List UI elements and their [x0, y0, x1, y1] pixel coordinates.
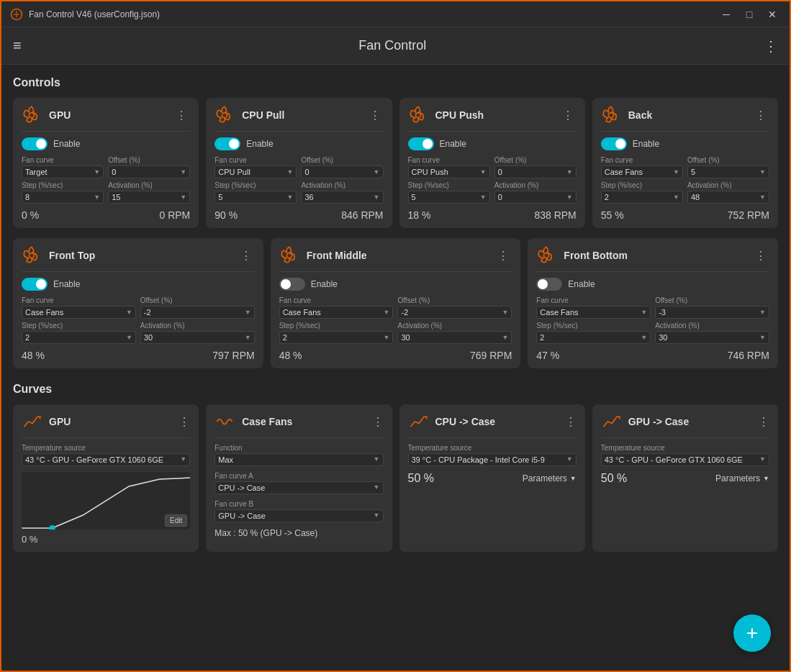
fan-curve-a-select[interactable]: CPU -> Case ▼	[214, 481, 383, 494]
card-more-cpu-push[interactable]: ⋮	[559, 107, 577, 124]
offset-select-front-middle[interactable]: -2▼	[397, 306, 512, 319]
curve-more-gpu-case[interactable]: ⋮	[758, 415, 769, 429]
fan-curve-select-back[interactable]: Case Fans▼	[601, 165, 683, 178]
activation-label-cpu-push: Activation (%)	[494, 181, 577, 189]
step-select-gpu[interactable]: 8▼	[22, 191, 104, 204]
fan-curve-b-label: Fan curve B	[214, 500, 383, 508]
card-more-front-bottom[interactable]: ⋮	[752, 248, 769, 264]
activation-label-back: Activation (%)	[687, 181, 769, 189]
step-select-cpu-push[interactable]: 5▼	[408, 191, 490, 204]
temp-source-select-gpu-case[interactable]: 43 °C - GPU - GeForce GTX 1060 6GE ▼	[601, 453, 769, 466]
activation-select-gpu[interactable]: 15▼	[108, 191, 190, 204]
fan-icon-front-top	[22, 245, 42, 265]
card-title-cpu-push: CPU Push	[435, 109, 559, 121]
offset-label-gpu: Offset (%)	[108, 156, 190, 164]
activation-select-cpu-pull[interactable]: 36▼	[301, 191, 383, 204]
offset-select-cpu-pull[interactable]: 0▼	[301, 165, 383, 178]
fan-curve-select-cpu-push[interactable]: CPU Push▼	[408, 165, 490, 178]
window-controls: ─ □ ✕	[718, 6, 781, 23]
maximize-button[interactable]: □	[741, 6, 758, 23]
offset-select-front-bottom[interactable]: -3▼	[655, 306, 769, 319]
controls-row-1: GPU ⋮ Enable Fan curve Target▼ Offset (%…	[13, 98, 778, 228]
card-title-front-bottom: Front Bottom	[564, 250, 752, 261]
rpm-back: 752 RPM	[728, 209, 769, 221]
main-content: Controls GPU ⋮ Enable Fan curve T	[1, 65, 790, 672]
curve-more-cpu-case[interactable]: ⋮	[565, 415, 577, 429]
control-card-cpu-push: CPU Push ⋮ Enable Fan curve CPU Push▼ Of…	[399, 98, 585, 228]
activation-select-cpu-push[interactable]: 0▼	[494, 191, 577, 204]
step-select-front-middle[interactable]: 2▼	[279, 331, 394, 344]
toggle-front-top[interactable]	[22, 278, 48, 291]
step-select-back[interactable]: 2▼	[601, 191, 683, 204]
toggle-gpu[interactable]	[22, 137, 48, 150]
rpm-front-top: 797 RPM	[212, 350, 254, 361]
toggle-front-bottom[interactable]	[536, 278, 562, 291]
params-button-gpu-case[interactable]: Parameters ▼	[715, 473, 769, 483]
step-select-front-top[interactable]: 2▼	[22, 331, 136, 344]
topbar-more-button[interactable]: ⋮	[764, 37, 778, 55]
offset-label-back: Offset (%)	[687, 156, 769, 164]
percent-front-middle: 48 %	[279, 350, 302, 361]
rpm-cpu-pull: 846 RPM	[341, 209, 383, 221]
toggle-cpu-pull[interactable]	[214, 137, 240, 150]
activation-select-front-top[interactable]: 30▼	[140, 331, 255, 344]
toggle-cpu-push[interactable]	[408, 137, 434, 150]
control-card-gpu: GPU ⋮ Enable Fan curve Target▼ Offset (%…	[13, 98, 199, 228]
step-select-cpu-pull[interactable]: 5▼	[214, 191, 297, 204]
temp-source-select-gpu[interactable]: 43 °C - GPU - GeForce GTX 1060 6GE ▼	[22, 453, 190, 466]
enable-label-cpu-push: Enable	[440, 139, 466, 149]
fan-curve-label-cpu-push: Fan curve	[408, 156, 490, 164]
toggle-front-middle[interactable]	[279, 278, 305, 291]
fan-curve-select-front-bottom[interactable]: Case Fans▼	[536, 306, 651, 319]
app-icon	[10, 8, 23, 21]
offset-select-back[interactable]: 5▼	[687, 165, 769, 178]
control-card-back: Back ⋮ Enable Fan curve Case Fans▼ Offse…	[592, 98, 778, 228]
rpm-front-bottom: 746 RPM	[728, 350, 769, 361]
close-button[interactable]: ✕	[764, 6, 781, 23]
fan-curve-select-front-top[interactable]: Case Fans▼	[22, 306, 136, 319]
fan-icon-back	[601, 105, 621, 125]
curve-icon-gpu-case	[601, 412, 621, 432]
card-more-back[interactable]: ⋮	[752, 107, 769, 124]
function-select-case-fans[interactable]: Max ▼	[214, 453, 383, 466]
activation-select-front-middle[interactable]: 30▼	[397, 331, 512, 344]
offset-select-front-top[interactable]: -2▼	[140, 306, 255, 319]
minimize-button[interactable]: ─	[718, 6, 735, 23]
curve-title-cpu-case: CPU -> Case	[435, 416, 565, 427]
svg-point-8	[49, 525, 55, 530]
card-more-gpu[interactable]: ⋮	[173, 107, 190, 124]
fan-curve-label-back: Fan curve	[601, 156, 683, 164]
card-more-cpu-pull[interactable]: ⋮	[366, 107, 384, 124]
offset-select-gpu[interactable]: 0▼	[108, 165, 190, 178]
card-more-front-top[interactable]: ⋮	[238, 248, 255, 264]
offset-select-cpu-push[interactable]: 0▼	[494, 165, 577, 178]
fan-icon-front-middle	[279, 245, 299, 265]
card-title-front-top: Front Top	[49, 250, 238, 261]
percent-gpu-case: 50 %	[601, 472, 627, 485]
percent-back: 55 %	[601, 209, 624, 221]
fan-icon-front-bottom	[536, 245, 556, 265]
curve-icon-cpu-case	[408, 412, 428, 432]
add-fab-button[interactable]: +	[733, 614, 771, 652]
toggle-back[interactable]	[601, 137, 627, 150]
params-button-cpu-case[interactable]: Parameters ▼	[523, 473, 577, 483]
activation-select-front-bottom[interactable]: 30▼	[655, 331, 769, 344]
curve-more-gpu[interactable]: ⋮	[178, 415, 190, 429]
edit-button-gpu[interactable]: Edit	[165, 514, 187, 527]
control-card-front-middle: Front Middle ⋮ Enable Fan curve Case Fan…	[271, 238, 521, 368]
controls-row-2: Front Top ⋮ Enable Fan curve Case Fans▼ …	[13, 238, 778, 368]
curves-section-title: Curves	[13, 383, 778, 396]
chart-area-gpu: Edit	[22, 472, 190, 530]
curve-more-case-fans[interactable]: ⋮	[372, 415, 384, 429]
activation-label-cpu-pull: Activation (%)	[301, 181, 383, 189]
fan-curve-select-gpu[interactable]: Target▼	[22, 165, 104, 178]
fan-curve-select-front-middle[interactable]: Case Fans▼	[279, 306, 394, 319]
fan-curve-b-select[interactable]: GPU -> Case ▼	[214, 509, 383, 522]
enable-label-back: Enable	[633, 139, 659, 149]
activation-select-back[interactable]: 48▼	[687, 191, 769, 204]
menu-button[interactable]: ≡	[13, 37, 22, 54]
card-more-front-middle[interactable]: ⋮	[494, 248, 512, 264]
step-select-front-bottom[interactable]: 2▼	[536, 331, 651, 344]
fan-curve-select-cpu-pull[interactable]: CPU Pull▼	[214, 165, 297, 178]
temp-source-select-cpu-case[interactable]: 39 °C - CPU Package - Intel Core i5-9 ▼	[408, 453, 577, 466]
